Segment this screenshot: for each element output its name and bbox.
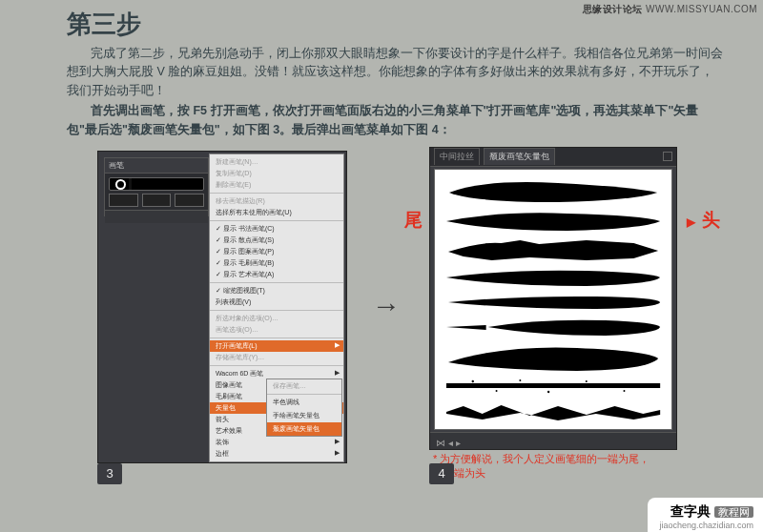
menu-item[interactable]: 显示 书法画笔(C) [210, 223, 343, 235]
palette-box [142, 194, 172, 207]
brush-stroke[interactable] [444, 400, 662, 423]
chevron-right-icon: ▶ [335, 369, 340, 377]
menu-item[interactable]: 边框▶ [210, 448, 343, 460]
svg-rect-0 [446, 383, 660, 388]
footer-controls-icon[interactable]: ⋈ ◂ ▸ [430, 436, 466, 450]
flyout-item-grunge-brush[interactable]: 颓废画笔矢量包 [267, 422, 341, 436]
menu-item[interactable]: 显示 散点画笔(S) [210, 235, 343, 246]
tab-grunge-brush[interactable]: 颓废画笔矢量包 [484, 148, 555, 165]
brush-list [434, 169, 672, 430]
arrow-right-icon: → [372, 290, 401, 322]
svg-point-5 [586, 380, 588, 382]
palette-box [109, 194, 138, 207]
menu-item[interactable]: 选择所有未使用的画笔(U) [210, 207, 343, 218]
brush-stroke[interactable] [444, 317, 662, 338]
vector-pack-flyout: 保存画笔… 半色调线 手绘画笔矢量包 颓废画笔矢量包 [266, 379, 342, 437]
chevron-right-icon: ▶ [335, 341, 340, 349]
flyout-item[interactable]: 半色调线 [267, 396, 341, 409]
panel-menu-icon[interactable] [663, 152, 672, 161]
palette-footer [105, 210, 208, 223]
flyout-item[interactable]: 保存画笔… [267, 379, 341, 393]
svg-point-3 [519, 379, 521, 381]
figures-area: 画笔 新建画笔(N)… 复制画笔(D) 删除画笔(E) 移去画笔描边(R) 选 [67, 147, 725, 490]
palette-row [109, 194, 204, 207]
palette-tab: 画笔 [105, 158, 208, 174]
menu-item[interactable]: 列表视图(V) [210, 297, 343, 308]
brush-stroke[interactable] [444, 378, 662, 395]
menu-item[interactable]: 画笔选项(O)… [210, 324, 343, 336]
brush-stroke[interactable] [444, 210, 662, 233]
chevron-right-icon: ▶ [335, 449, 340, 457]
menu-item[interactable]: 显示 图案画笔(P) [210, 246, 343, 257]
menu-item[interactable]: 所选对象的选项(O)… [210, 313, 343, 324]
brush-stroke[interactable] [444, 294, 662, 311]
menu-item[interactable]: 存储画笔库(Y)… [210, 352, 343, 363]
figure-4-panel: 中间拉丝 颓废画笔矢量包 ⋈ ◂ ▸ [429, 147, 677, 450]
figure-3-panel: 画笔 新建画笔(N)… 复制画笔(D) 删除画笔(E) 移去画笔描边(R) 选 [97, 151, 347, 463]
menu-item[interactable]: 显示 毛刷画笔(B) [210, 257, 343, 269]
head-label: ▶ 头 [687, 208, 720, 233]
menu-item[interactable]: 复制画笔(D) [210, 168, 343, 179]
brush-stroke[interactable] [444, 267, 662, 288]
menu-item[interactable]: 移去画笔描边(R) [210, 195, 343, 207]
brush-stroke[interactable] [444, 238, 662, 261]
menu-item[interactable]: 装饰▶ [210, 437, 343, 448]
triangle-right-icon: ▶ [687, 215, 695, 229]
menu-item[interactable]: 删除画笔(E) [210, 179, 343, 191]
brush-library-tabs: 中间拉丝 颓废画笔矢量包 [430, 148, 676, 167]
brush-preview [109, 177, 204, 191]
flyout-item[interactable]: 手绘画笔矢量包 [267, 409, 341, 422]
svg-point-6 [623, 390, 625, 392]
menu-item[interactable]: 新建画笔(N)… [210, 156, 343, 168]
instruction-paragraph: 首先调出画笔，按 F5 打开画笔，依次打开画笔面版右边的小三角菜单下"打开画笔库… [67, 102, 725, 139]
footnote: * 为方便解说，我个人定义画笔细的一端为尾， 另一端为头 [433, 452, 650, 481]
svg-point-1 [471, 380, 473, 382]
content-column: 第三步 完成了第二步，兄弟先别急动手，闭上你那双大眼睛想象一下你要设计的字是什么… [0, 0, 763, 490]
brush-stroke[interactable] [444, 343, 662, 372]
watermark-top: 思缘设计论坛 WWW.MISSYUAN.COM [583, 3, 757, 16]
svg-point-4 [547, 391, 549, 393]
watermark-bottom: 查字典 教程网 jiaocheng.chazidian.com [648, 498, 763, 532]
intro-paragraph: 完成了第二步，兄弟先别急动手，闭上你那双大眼睛想象一下你要设计的字是什么样子。我… [67, 45, 725, 100]
svg-point-2 [495, 390, 497, 392]
menu-item-open-library[interactable]: 打开画笔库(L)▶ [210, 340, 343, 352]
palette-box [175, 194, 204, 207]
figure-badge-4: 4 [429, 463, 454, 484]
menu-item[interactable]: 显示 艺术画笔(A) [210, 269, 343, 280]
chevron-right-icon: ▶ [335, 438, 340, 445]
menu-item[interactable]: 缩览图视图(T) [210, 285, 343, 297]
figure-badge-3: 3 [97, 463, 122, 484]
brushes-palette: 画笔 [104, 157, 209, 216]
tab-mid-wire[interactable]: 中间拉丝 [434, 148, 480, 165]
panel-footer: ⋈ ◂ ▸ [430, 432, 676, 449]
brush-stroke[interactable] [444, 175, 662, 204]
